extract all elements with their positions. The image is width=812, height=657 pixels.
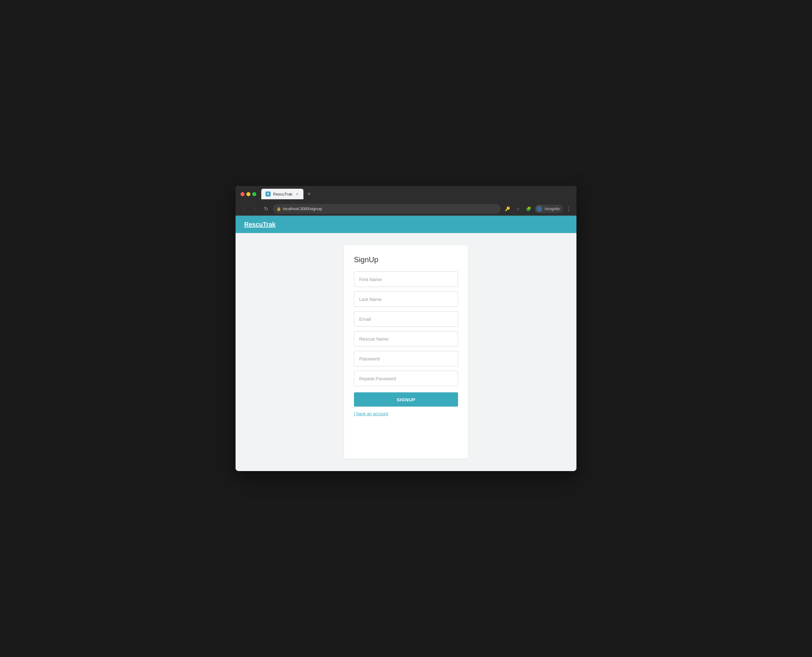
tab-favicon-letter: R	[267, 193, 269, 196]
refresh-button[interactable]: ↻	[261, 204, 270, 213]
url-text: localhost:3000/signup	[283, 206, 322, 211]
browser-menu-button[interactable]: ⋮	[565, 206, 573, 212]
traffic-light-maximize[interactable]	[252, 192, 256, 196]
title-bar: R RescuTrak ✕ +	[236, 186, 576, 202]
browser-window: R RescuTrak ✕ + ← → ↻ 🔒 localhost:3000/s…	[236, 186, 576, 471]
incognito-avatar: 👤	[536, 206, 543, 212]
extensions-icon[interactable]: 🧩	[524, 204, 533, 213]
last-name-input[interactable]	[354, 291, 458, 307]
traffic-lights	[241, 192, 256, 196]
email-group	[354, 311, 458, 327]
signup-card: SignUp SIGNUP I have an account	[344, 246, 468, 459]
url-bar[interactable]: 🔒 localhost:3000/signup	[273, 204, 501, 214]
repeat-password-group	[354, 371, 458, 386]
address-bar: ← → ↻ 🔒 localhost:3000/signup 🔑 ☆ 🧩 👤 In…	[236, 202, 576, 216]
back-button[interactable]: ←	[239, 204, 248, 213]
rescue-name-input[interactable]	[354, 331, 458, 346]
app-logo[interactable]: RescuTrak	[244, 221, 275, 228]
first-name-input[interactable]	[354, 271, 458, 287]
tab-favicon: R	[266, 191, 271, 196]
traffic-light-minimize[interactable]	[246, 192, 250, 196]
incognito-label: Incognito	[544, 207, 560, 211]
signup-button[interactable]: SIGNUP	[354, 392, 458, 406]
incognito-badge[interactable]: 👤 Incognito	[535, 204, 563, 213]
key-icon[interactable]: 🔑	[503, 204, 512, 213]
page-content: SignUp SIGNUP I have an account	[236, 233, 576, 471]
last-name-group	[354, 291, 458, 307]
browser-tab-active[interactable]: R RescuTrak ✕	[261, 189, 303, 199]
tab-title: RescuTrak	[273, 192, 292, 196]
repeat-password-input[interactable]	[354, 371, 458, 386]
forward-button[interactable]: →	[250, 204, 259, 213]
email-input[interactable]	[354, 311, 458, 327]
bookmark-icon[interactable]: ☆	[513, 204, 522, 213]
tab-close-button[interactable]: ✕	[295, 192, 299, 196]
rescue-name-group	[354, 331, 458, 346]
password-input[interactable]	[354, 351, 458, 366]
password-group	[354, 351, 458, 366]
signup-title: SignUp	[354, 255, 458, 264]
address-bar-actions: 🔑 ☆ 🧩 👤 Incognito ⋮	[503, 204, 573, 213]
new-tab-button[interactable]: +	[305, 190, 313, 198]
app-header: RescuTrak	[236, 216, 576, 233]
first-name-group	[354, 271, 458, 287]
login-link[interactable]: I have an account	[354, 411, 388, 416]
traffic-light-close[interactable]	[241, 192, 244, 196]
tab-bar: R RescuTrak ✕ +	[261, 189, 571, 199]
url-lock-icon: 🔒	[277, 207, 281, 211]
